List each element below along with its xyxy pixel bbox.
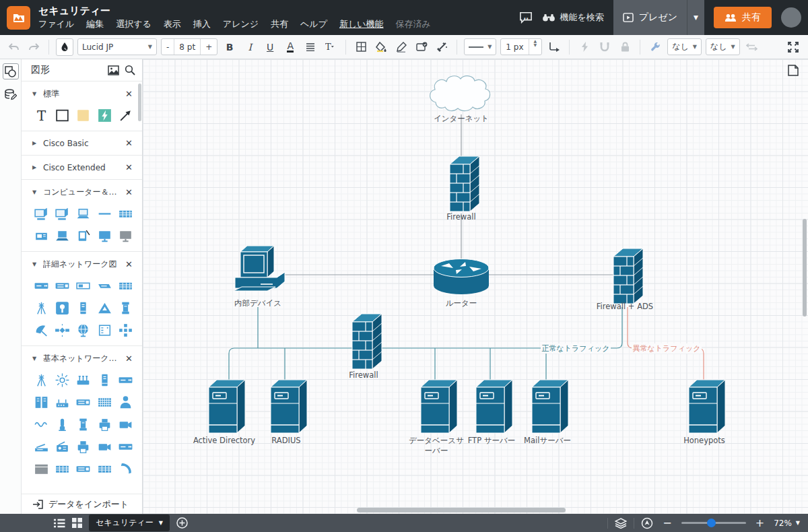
line-width-stepper[interactable]: ▲▼ bbox=[529, 39, 542, 55]
document-title[interactable]: セキュリティー bbox=[38, 5, 431, 17]
layers-button[interactable] bbox=[615, 518, 627, 529]
traffic-label[interactable]: 正常なトラフィック bbox=[542, 344, 610, 353]
text-align-button[interactable] bbox=[302, 38, 318, 56]
canvas-horizontal-scrollbar[interactable] bbox=[357, 508, 566, 512]
server-shape[interactable] bbox=[209, 380, 245, 433]
satellite-dish-icon[interactable] bbox=[32, 321, 50, 339]
location-tile-icon[interactable] bbox=[53, 299, 71, 317]
monitor-gray-icon[interactable] bbox=[117, 227, 135, 244]
fill-color-button[interactable] bbox=[373, 38, 389, 56]
diagram-canvas[interactable]: 正常なトラフィック異常なトラフィックインターネットFirewall ルーター 内… bbox=[143, 59, 808, 514]
sticky-note-shape[interactable] bbox=[75, 106, 92, 124]
close-section-icon[interactable]: ✕ bbox=[125, 354, 135, 364]
menu-item[interactable]: 選択する bbox=[116, 18, 152, 30]
mesh-panel-icon[interactable] bbox=[96, 393, 113, 411]
theme-button[interactable] bbox=[56, 38, 73, 56]
italic-button[interactable]: I bbox=[242, 38, 258, 56]
rack-unit-icon[interactable] bbox=[32, 277, 50, 294]
close-section-icon[interactable]: ✕ bbox=[125, 138, 135, 148]
server-shape[interactable] bbox=[271, 380, 307, 433]
zoom-out-button[interactable]: − bbox=[660, 517, 674, 529]
desktop-monitor-icon[interactable] bbox=[32, 205, 50, 222]
font-size-value[interactable]: 8 pt bbox=[174, 39, 200, 55]
image-icon[interactable] bbox=[108, 65, 119, 75]
server-shape[interactable] bbox=[532, 380, 568, 433]
page-grid-button[interactable] bbox=[72, 518, 82, 528]
router-shape[interactable] bbox=[434, 259, 489, 295]
feedback-flag-button[interactable] bbox=[787, 65, 799, 79]
menu-item[interactable]: アレンジ bbox=[223, 18, 259, 30]
patch-panel-icon[interactable] bbox=[117, 277, 135, 294]
locate-button[interactable] bbox=[641, 517, 653, 529]
line-style-select[interactable]: ▼ bbox=[464, 38, 496, 55]
wireless-burst-icon[interactable] bbox=[53, 371, 71, 389]
fullscreen-button[interactable] bbox=[785, 38, 801, 56]
keyboard-icon[interactable] bbox=[117, 205, 135, 222]
section-header[interactable]: ▼ 基本ネットワーク図形 ✕ bbox=[32, 353, 135, 364]
monitor-solid-icon[interactable] bbox=[96, 227, 113, 244]
antenna-tower-icon[interactable] bbox=[32, 299, 50, 317]
shield-triangle-icon[interactable] bbox=[96, 299, 113, 317]
thermometer-icon[interactable] bbox=[53, 415, 71, 433]
menu-item[interactable]: 編集 bbox=[86, 18, 104, 30]
satellite-icon[interactable] bbox=[53, 321, 71, 339]
modem-icon[interactable] bbox=[117, 371, 135, 389]
section-header[interactable]: ▶ Cisco Basic ✕ bbox=[32, 138, 135, 148]
comments-button[interactable]: ,, bbox=[519, 11, 533, 24]
open-rack-icon[interactable] bbox=[75, 277, 92, 294]
mfp-printer-icon[interactable] bbox=[75, 438, 92, 455]
shape-options-button[interactable] bbox=[413, 38, 430, 56]
firewall-shape[interactable] bbox=[352, 314, 382, 369]
undo-button[interactable] bbox=[5, 38, 22, 56]
card-module-icon[interactable] bbox=[53, 460, 71, 477]
section-header[interactable]: ▶ Cisco Extended ✕ bbox=[32, 162, 135, 172]
server-tower-icon[interactable] bbox=[96, 371, 113, 389]
shapes-panel-toggle[interactable] bbox=[3, 63, 19, 79]
arrow-end-select[interactable]: なし▼ bbox=[706, 38, 740, 55]
bold-button[interactable]: B bbox=[222, 38, 238, 56]
rectangle-shape[interactable] bbox=[53, 106, 71, 124]
rack-front-icon[interactable] bbox=[96, 321, 113, 339]
zoom-slider[interactable] bbox=[681, 522, 746, 524]
switch-unit-icon[interactable] bbox=[53, 277, 71, 294]
underline-button[interactable]: U bbox=[262, 38, 278, 56]
quick-actions-button[interactable] bbox=[576, 38, 593, 56]
search-icon[interactable] bbox=[125, 65, 135, 75]
wifi-router-icon[interactable] bbox=[53, 393, 71, 411]
column-device-icon[interactable] bbox=[117, 299, 135, 317]
text-color-button[interactable]: A bbox=[287, 41, 294, 53]
section-header[interactable]: ▼ コンピューター＆モ... ✕ bbox=[32, 187, 135, 198]
close-section-icon[interactable]: ✕ bbox=[125, 187, 135, 197]
section-header[interactable]: ▼ 標準 ✕ bbox=[32, 88, 135, 100]
gray-cabinet-icon[interactable] bbox=[32, 460, 50, 477]
scanner-icon[interactable] bbox=[32, 438, 50, 455]
firewall-shape[interactable] bbox=[450, 156, 479, 211]
lucidchart-logo[interactable] bbox=[7, 6, 30, 30]
add-page-button[interactable] bbox=[176, 517, 188, 529]
text-options-button[interactable]: T bbox=[323, 38, 339, 56]
table-button[interactable] bbox=[353, 38, 369, 56]
printer-icon[interactable] bbox=[96, 415, 113, 433]
font-size-decrease[interactable]: - bbox=[162, 39, 174, 55]
radio-icon[interactable] bbox=[53, 438, 71, 455]
server-shape[interactable] bbox=[421, 380, 457, 433]
storage-cabinet-icon[interactable] bbox=[32, 393, 50, 411]
distributed-nodes-icon[interactable] bbox=[117, 321, 135, 339]
share-button[interactable]: 共有 bbox=[714, 7, 772, 28]
tablet-stylus-icon[interactable] bbox=[75, 227, 92, 244]
phone-handset-icon[interactable] bbox=[117, 460, 135, 477]
server-shape[interactable] bbox=[689, 380, 725, 433]
menu-item[interactable]: 新しい機能 bbox=[339, 18, 384, 30]
canvas-vertical-scrollbar[interactable] bbox=[803, 219, 807, 317]
switch-bar-icon[interactable] bbox=[75, 460, 92, 477]
close-section-icon[interactable]: ✕ bbox=[125, 259, 135, 269]
server-unit-icon[interactable] bbox=[75, 415, 92, 433]
text-shape[interactable]: T bbox=[32, 106, 50, 124]
menu-item[interactable]: ヘルプ bbox=[300, 18, 327, 30]
redo-button[interactable] bbox=[26, 38, 42, 56]
arrow-shape[interactable] bbox=[117, 106, 135, 124]
horizontal-line-icon[interactable] bbox=[96, 205, 113, 222]
zoom-slider-thumb[interactable] bbox=[707, 519, 716, 527]
crt-monitor-icon[interactable] bbox=[53, 205, 71, 222]
flat-router-icon[interactable] bbox=[117, 438, 135, 455]
